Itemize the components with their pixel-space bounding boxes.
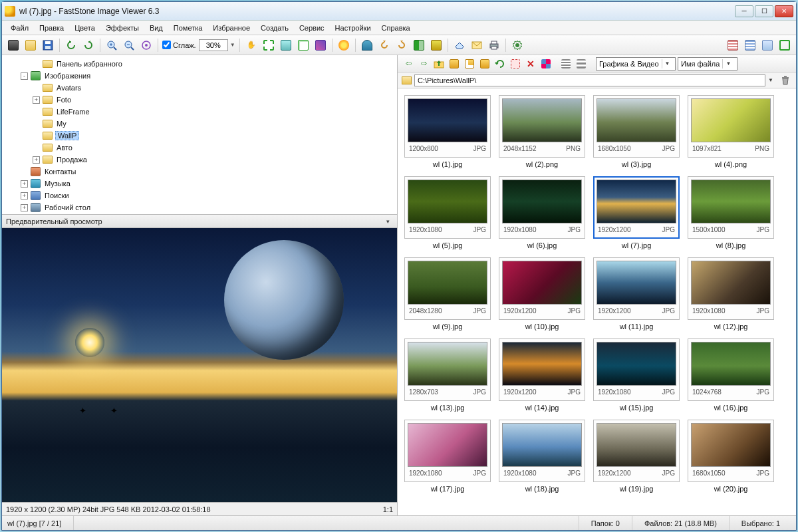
expand-icon[interactable]: + — [33, 156, 40, 164]
thumbnail[interactable]: 1920x1080JPGwl (12).jpg — [688, 257, 774, 331]
viewmode-small-button[interactable] — [559, 57, 573, 70]
thumbnail[interactable]: 1200x800JPGwl (1).jpg — [404, 95, 491, 168]
thumbnail[interactable]: 1920x1080JPGwl (6).jpg — [499, 176, 585, 249]
smooth-checkbox[interactable] — [162, 41, 171, 49]
thumbnail[interactable]: 1920x1200JPGwl (7).jpg — [593, 176, 680, 249]
thumbnail[interactable]: 1920x1200JPGwl (19).jpg — [593, 420, 680, 493]
slideshow-button[interactable] — [429, 38, 444, 53]
close-button[interactable]: ✕ — [775, 5, 793, 17]
expand-icon[interactable]: + — [21, 180, 28, 188]
thumbnail[interactable]: 1280x703JPGwl (13).jpg — [404, 338, 491, 412]
save-button[interactable] — [41, 38, 55, 53]
settings-button[interactable] — [510, 38, 525, 53]
copy-folder-button[interactable] — [478, 57, 491, 70]
nav-back-button[interactable]: ⇦ — [402, 57, 415, 70]
thumbnail[interactable]: 1920x1200JPGwl (11).jpg — [593, 257, 680, 331]
tree-item-панель-избранного[interactable]: Панель избранного — [6, 58, 393, 70]
thumbnail[interactable]: 1920x1080JPGwl (18).jpg — [499, 420, 585, 493]
thumbnail[interactable]: 1920x1080JPGwl (5).jpg — [404, 176, 491, 249]
tree-item-lifeframe[interactable]: LifeFrame — [6, 106, 393, 118]
filter-combo[interactable]: Графика & Видео ▼ — [596, 57, 676, 70]
refresh-button[interactable] — [493, 57, 507, 70]
open-button[interactable] — [23, 38, 38, 53]
menu-цвета[interactable]: Цвета — [70, 23, 100, 33]
zoom-fit-button[interactable] — [139, 38, 154, 53]
crop-button[interactable] — [261, 38, 276, 53]
tree-item-avatars[interactable]: Avatars — [6, 82, 393, 94]
thumbnail[interactable]: 2048x1152PNGwl (2).png — [499, 95, 585, 168]
capture-button[interactable] — [6, 38, 21, 53]
folder-tree[interactable]: Панель избранного-ИзображенияAvatars+Fot… — [2, 55, 397, 215]
hand-button[interactable]: ✋ — [244, 38, 259, 53]
fullscreen-button[interactable] — [777, 38, 792, 53]
collapse-icon[interactable]: - — [21, 72, 28, 80]
menu-справка[interactable]: Справка — [377, 23, 415, 33]
menu-избранное[interactable]: Избранное — [208, 23, 255, 33]
expand-icon[interactable]: + — [21, 192, 28, 200]
zoom-combo[interactable]: ▼ — [199, 39, 235, 51]
tree-item-my[interactable]: My — [6, 118, 393, 130]
delete-button[interactable]: ✕ — [524, 57, 537, 70]
thumbnail[interactable]: 1920x1080JPGwl (17).jpg — [404, 420, 491, 493]
preview-pane[interactable]: ✦ ✦ — [2, 228, 397, 502]
thumbnail[interactable]: 1680x1050JPGwl (20).jpg — [688, 420, 774, 493]
viewmode-large-button[interactable] — [575, 57, 588, 70]
trash-button[interactable] — [779, 74, 792, 87]
draw-button[interactable] — [313, 38, 328, 53]
tree-item-изображения[interactable]: -Изображения — [6, 70, 393, 82]
zoom-out-button[interactable] — [122, 38, 136, 53]
rotate-right-button[interactable] — [81, 38, 96, 53]
zoom-input[interactable] — [199, 39, 228, 51]
view-details-button[interactable] — [743, 38, 757, 53]
thumbnail[interactable]: 1920x1080JPGwl (15).jpg — [593, 338, 680, 412]
menu-вид[interactable]: Вид — [145, 23, 168, 33]
chevron-down-icon[interactable]: ▼ — [768, 77, 776, 83]
maximize-button[interactable]: ☐ — [755, 5, 773, 17]
sort-combo[interactable]: Имя файла ▼ — [678, 57, 737, 70]
nav-forward-button[interactable]: ⇨ — [417, 57, 430, 70]
canvas-button[interactable] — [296, 38, 311, 53]
view-list-button[interactable] — [726, 38, 740, 53]
menu-настройки[interactable]: Настройки — [331, 23, 376, 33]
menu-эффекты[interactable]: Эффекты — [101, 23, 144, 33]
view-layout-button[interactable] — [539, 57, 553, 70]
undo-button[interactable] — [377, 38, 392, 53]
expand-icon[interactable]: + — [33, 96, 40, 104]
thumbnail[interactable]: 2048x1280JPGwl (9).jpg — [404, 257, 491, 331]
path-input[interactable]: C:\Pictures\WallP\ — [414, 74, 765, 86]
tree-item-wallp[interactable]: WallP — [6, 130, 393, 142]
thumbnail[interactable]: 1920x1200JPGwl (10).jpg — [499, 257, 585, 331]
zoom-in-button[interactable] — [104, 38, 119, 53]
thumbnail[interactable]: 1097x821PNGwl (4).png — [688, 95, 774, 168]
tree-item-контакты[interactable]: Контакты — [6, 166, 393, 178]
menu-сервис[interactable]: Сервис — [295, 23, 329, 33]
menu-правка[interactable]: Правка — [35, 23, 68, 33]
tree-item-поиски[interactable]: +Поиски — [6, 190, 393, 201]
setwallpaper-button[interactable] — [360, 38, 374, 53]
color-adjust-button[interactable] — [336, 38, 351, 53]
tree-item-foto[interactable]: +Foto — [6, 94, 393, 106]
print-button[interactable] — [487, 38, 501, 53]
tree-item-авто[interactable]: Авто — [6, 142, 393, 154]
tree-item-рабочий-стол[interactable]: +Рабочий стол — [6, 201, 393, 213]
compare-button[interactable] — [412, 38, 426, 53]
thumbnail[interactable]: 1024x768JPGwl (16).jpg — [688, 338, 774, 412]
expand-icon[interactable]: + — [21, 204, 28, 211]
view-thumbs-button[interactable] — [760, 38, 775, 53]
thumbnail[interactable]: 1680x1050JPGwl (3).jpg — [593, 95, 680, 168]
minimize-button[interactable]: ─ — [735, 5, 753, 17]
tree-item-продажа[interactable]: +Продажа — [6, 154, 393, 166]
nav-up-button[interactable] — [432, 57, 446, 70]
collapse-icon[interactable]: ▾ — [386, 218, 393, 225]
redo-button[interactable] — [394, 38, 409, 53]
rotate-left-button[interactable] — [64, 38, 78, 53]
select-all-button[interactable] — [509, 57, 522, 70]
menu-создать[interactable]: Создать — [256, 23, 293, 33]
resize-button[interactable] — [279, 38, 293, 53]
menu-пометка[interactable]: Пометка — [169, 23, 207, 33]
menu-файл[interactable]: Файл — [6, 23, 33, 33]
scanner-button[interactable] — [452, 38, 467, 53]
preview-info-right[interactable]: 1:1 — [383, 505, 393, 513]
email-button[interactable] — [469, 38, 484, 53]
new-folder-button[interactable] — [463, 57, 476, 70]
